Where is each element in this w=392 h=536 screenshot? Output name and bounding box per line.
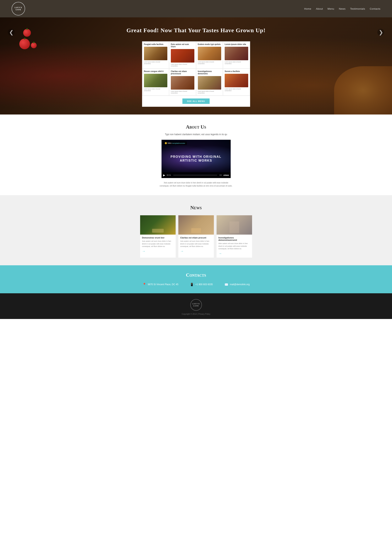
see-all-menu-button[interactable]: SEE ALL MENU (182, 99, 210, 104)
menu-item-4-title: Lorem ipsum dolor sita (225, 43, 248, 46)
menu-item-2-image (171, 49, 194, 63)
video-container[interactable]: 😊 Intro templatémonster Providing With O… (161, 140, 231, 178)
menu-item-4[interactable]: Lorem ipsum dolor sita Lorem ipsum dolor… (223, 42, 250, 69)
news-title: News (4, 205, 388, 211)
menu-item-5[interactable]: Reuon congue nihil it Lorem ipsum dolor … (142, 69, 169, 96)
news-card-3-image (217, 215, 252, 235)
news-card-1[interactable]: Demonstrav erunt leer Suis autem vel eum… (140, 215, 176, 258)
video-text-line2: Artistic Works (162, 159, 231, 163)
menu-item-4-desc: Lorem ipsum dolor sit amet consectetur (225, 61, 248, 65)
menu-item-1[interactable]: Feugiat nulla facilisis Lorem ipsum dolo… (142, 42, 169, 69)
contact-address: 📍 9870 St Vincent Place, DC 45 (142, 283, 178, 286)
menu-item-3[interactable]: Eodem modo typi quiisis Lorem ipsum dolo… (196, 42, 223, 69)
video-overlay-top: 😊 Intro templatémonster (163, 141, 187, 145)
contact-phone-text: +1 800 603 6035 (195, 283, 213, 286)
menu-item-6-title: Claritas est etiam processusi (171, 70, 194, 75)
menu-item-2-title: Duis autem vel eum iriure (171, 43, 194, 48)
menu-item-8-title: Sorem a facilisis (225, 70, 248, 73)
footer-logo-line1: Lucy's (192, 303, 200, 305)
nav-home[interactable]: Home (304, 7, 311, 10)
news-card-3-arrow[interactable]: → (219, 252, 250, 255)
menu-item-7-desc: Lorem ipsum dolor sit amet consectetur (198, 90, 221, 94)
menu-item-7[interactable]: Investigationes demonstra Lorem ipsum do… (196, 69, 223, 96)
contact-email-text: mail@demolink.org (230, 283, 250, 286)
menu-item-7-image (198, 76, 221, 89)
hero-prev-button[interactable]: ❮ (8, 29, 15, 36)
header: Lucy's Café Home About Menu News Testimo… (0, 0, 392, 17)
nav-contacts[interactable]: Contacts (370, 7, 380, 10)
logo-line1: Lucy's (15, 7, 22, 9)
play-button[interactable]: ▶ (163, 174, 165, 177)
video-intro-label: Intro (168, 142, 172, 144)
hero-section: ❮ Great Food! Now That Your Tastes Have … (0, 17, 392, 114)
about-subtitle: Typi non habent claritatem insitam; est … (4, 133, 388, 136)
news-card-2[interactable]: Claritas est etiam procunt Xeis autem ve… (178, 215, 214, 258)
menu-grid-container: Feugiat nulla facilisis Lorem ipsum dolo… (142, 41, 250, 107)
contacts-row: 📍 9870 St Vincent Place, DC 45 📱 +1 800 … (4, 283, 388, 286)
menu-item-1-image (144, 47, 168, 60)
hero-title: Great Food! Now That Your Tastes Have Gr… (126, 27, 265, 34)
news-card-2-arrow[interactable]: → (180, 249, 212, 253)
location-icon: 📍 (142, 283, 146, 286)
contact-phone: 📱 +1 800 603 6035 (190, 283, 213, 286)
about-description: Xeis autem vel eum iriure dolor in hen d… (159, 181, 233, 188)
video-text-line1: Providing With Original (162, 155, 231, 159)
menu-item-8[interactable]: Sorem a facilisis Lorem ipsum dolor sit … (223, 69, 250, 96)
video-controls[interactable]: ▶ 00:31 HD vimeo (162, 172, 231, 178)
footer-logo: Lucy's Café (190, 299, 202, 311)
news-card-2-body: Claritas est etiam procunt Xeis autem ve… (178, 235, 214, 255)
vimeo-logo: vimeo (224, 174, 229, 176)
contacts-section: Contacts 📍 9870 St Vincent Place, DC 45 … (0, 265, 392, 293)
news-card-2-text: Xeis autem vel eum iriure dolor in hen d… (180, 240, 212, 248)
menu-item-6[interactable]: Claritas est etiam processusi Lorem ipsu… (169, 69, 196, 96)
news-card-1-arrow[interactable]: → (142, 249, 174, 253)
menu-item-2[interactable]: Duis autem vel eum iriure Lorem ipsum do… (169, 42, 196, 69)
menu-item-1-desc: Lorem ipsum dolor sit amet consectetur (144, 61, 168, 65)
menu-item-5-title: Reuon congue nihil it (144, 70, 168, 73)
news-card-3-body: Investigationes demonstraverunnt Wier au… (217, 235, 252, 258)
email-icon: ✉️ (224, 283, 228, 286)
nav-menu[interactable]: Menu (327, 7, 334, 10)
menu-item-5-desc: Lorem ipsum dolor sit amet consectetur (144, 88, 168, 92)
news-card-1-text: Suis autem vel eum iriure dolor in hen d… (142, 240, 174, 248)
menu-item-6-image (171, 76, 194, 89)
video-time: 00:31 (167, 174, 171, 176)
video-channel: templatémonster (172, 142, 185, 144)
video-text: Providing With Original Artistic Works (162, 155, 231, 163)
logo[interactable]: Lucy's Café (12, 2, 25, 15)
see-all-row: SEE ALL MENU (142, 96, 250, 107)
menu-item-7-title: Investigationes demonstra (198, 70, 221, 75)
menu-item-3-image (198, 47, 221, 60)
nav-about[interactable]: About (316, 7, 323, 10)
news-card-1-body: Demonstrav erunt leer Suis autem vel eum… (140, 235, 176, 255)
menu-item-3-title: Eodem modo typi quiisis (198, 43, 221, 46)
menu-item-2-desc: Lorem ipsum dolor sit amet consectetur (171, 63, 194, 67)
about-section: About Us Typi non habent claritatem insi… (0, 114, 392, 195)
phone-icon: 📱 (190, 283, 194, 286)
smiley-icon: 😊 (165, 142, 167, 144)
footer-logo-line2: Café (193, 305, 199, 307)
news-card-3-text: Wier autem vel eum iriure dolor in hen d… (219, 242, 250, 250)
menu-item-5-image (144, 74, 168, 87)
menu-item-3-desc: Lorem ipsum dolor sit amet consectetur (198, 61, 221, 65)
menu-item-8-image (225, 74, 248, 87)
contacts-title: Contacts (4, 272, 388, 278)
hero-next-button[interactable]: ❯ (377, 29, 384, 36)
news-card-3[interactable]: Investigationes demonstraverunnt Wier au… (217, 215, 252, 258)
menu-item-4-image (225, 47, 248, 60)
menu-grid: Feugiat nulla facilisis Lorem ipsum dolo… (142, 41, 250, 96)
menu-item-1-title: Feugiat nulla facilisis (144, 43, 168, 46)
news-card-3-title: Investigationes demonstraverunnt (219, 236, 250, 241)
logo-line2: Café (16, 9, 21, 11)
nav-news[interactable]: News (339, 7, 346, 10)
news-card-1-image (140, 215, 176, 235)
nav-testimonials[interactable]: Testimonials (350, 7, 365, 10)
main-nav: Home About Menu News Testimonials Contac… (304, 7, 380, 10)
footer-copyright: Copyright © 2014 | Privacy Policy (4, 313, 388, 315)
contact-email[interactable]: ✉️ mail@demolink.org (224, 283, 250, 286)
menu-item-8-desc: Lorem ipsum dolor sit amet consectetur (225, 88, 248, 92)
news-section: News Demonstrav erunt leer Suis autem ve… (0, 195, 392, 265)
news-card-1-title: Demonstrav erunt leer (142, 236, 174, 239)
hd-label: HD (219, 174, 222, 176)
news-grid: Demonstrav erunt leer Suis autem vel eum… (140, 215, 252, 258)
